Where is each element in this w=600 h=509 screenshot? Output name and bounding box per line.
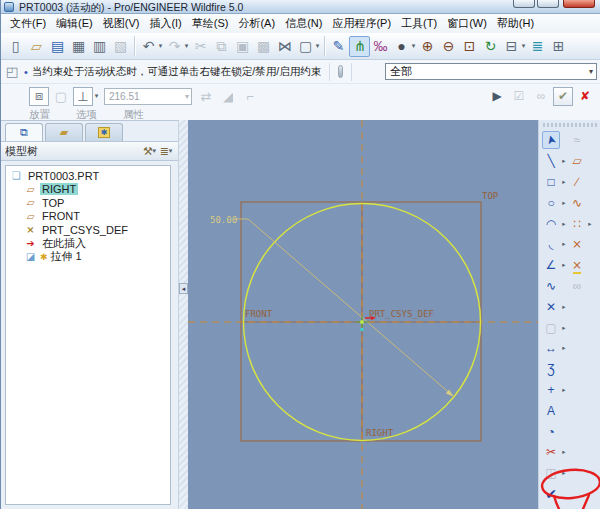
constraint-filter-select[interactable]: 全部 ▾ xyxy=(385,63,597,80)
select-lasso-tool[interactable]: ≈ xyxy=(568,131,586,149)
print-button[interactable]: ▦ xyxy=(68,36,89,57)
menu-help[interactable]: 帮助(H) xyxy=(492,14,539,33)
palette-tool[interactable]: ◔ xyxy=(542,423,560,441)
mirror-flyout[interactable]: ▸ xyxy=(560,469,568,477)
text-tool[interactable]: A xyxy=(542,402,560,420)
reorient-button[interactable]: ↻ xyxy=(480,36,501,57)
rectangle-flyout[interactable]: ▸ xyxy=(560,178,568,186)
tree-item-right-plane[interactable]: ▱ RIGHT xyxy=(6,183,170,197)
surface-toggle-button[interactable]: ▢ xyxy=(51,87,71,106)
save-button[interactable]: ▤ xyxy=(47,36,68,57)
cancel-button[interactable]: ✘ xyxy=(575,87,595,106)
arc-tool[interactable]: ◠ xyxy=(542,215,560,233)
construction-csys-tool[interactable]: ⨯ xyxy=(568,235,586,253)
minimize-button[interactable] xyxy=(513,0,535,8)
apply-button[interactable]: ✔ xyxy=(553,87,573,106)
tree-item-front-plane[interactable]: ▱ FRONT xyxy=(6,210,170,224)
fillet-flyout[interactable]: ▸ xyxy=(560,240,568,248)
menu-insert[interactable]: 插入(I) xyxy=(144,14,186,33)
zoom-fit-button[interactable]: ⊡ xyxy=(459,36,480,57)
tree-item-insert-here[interactable]: ➔ 在此插入 xyxy=(6,237,170,251)
construction-line-tool[interactable]: ∕ xyxy=(568,173,586,191)
constraint-flyout[interactable]: ▸ xyxy=(560,386,568,394)
redo-button[interactable]: ↷ xyxy=(164,36,185,57)
chamfer-flyout[interactable]: ▸ xyxy=(560,261,568,269)
layers-button[interactable]: ≣ xyxy=(527,36,548,57)
menu-sketch[interactable]: 草绘(S) xyxy=(187,14,234,33)
line-flyout[interactable]: ▸ xyxy=(560,157,568,165)
resume-button[interactable]: ▶ xyxy=(487,87,507,106)
datum-display-button[interactable]: ⋔ xyxy=(349,36,370,57)
zoom-out-button[interactable]: ⊖ xyxy=(438,36,459,57)
saved-views-button[interactable]: ⊟ xyxy=(501,36,522,57)
view-manager-button[interactable]: ⊞ xyxy=(548,36,569,57)
offset-flyout[interactable]: ▸ xyxy=(560,324,568,332)
remove-material-button[interactable]: ◢ xyxy=(218,87,238,106)
new-file-button[interactable]: ▯ xyxy=(5,36,26,57)
open-button[interactable]: ▱ xyxy=(26,36,47,57)
solid-toggle-button[interactable]: ⧈ xyxy=(29,87,49,106)
depth-value-field[interactable]: 216.51 ▾ xyxy=(104,88,192,105)
points-flyout[interactable]: ▸ xyxy=(586,220,594,228)
collapse-panel-button[interactable]: ◂ xyxy=(179,283,188,294)
menu-analysis[interactable]: 分析(A) xyxy=(233,14,280,33)
toolbar-grip[interactable] xyxy=(543,123,597,127)
constraint-tool[interactable]: + xyxy=(542,381,560,399)
display-style-button[interactable]: ● xyxy=(391,36,412,57)
menu-tools[interactable]: 工具(T) xyxy=(396,14,442,33)
tree-settings-button[interactable]: ⚒▾ xyxy=(143,145,158,158)
flip-direction-button[interactable]: ⇄ xyxy=(196,87,216,106)
select-tool[interactable]: ➤ xyxy=(542,131,560,149)
tab-options[interactable]: 选项 xyxy=(76,108,97,120)
circle-flyout[interactable]: ▸ xyxy=(560,199,568,207)
rectangle-tool[interactable]: □ xyxy=(542,173,560,191)
tree-item-csys[interactable]: ⨯ PRT_CSYS_DEF xyxy=(6,223,170,237)
plot-button[interactable]: ▧ xyxy=(110,36,131,57)
favorites-tab[interactable]: ✱ xyxy=(85,123,123,141)
menu-file[interactable]: 文件(F) xyxy=(5,14,51,33)
point-tool[interactable]: ✕ xyxy=(542,298,560,316)
dimension-flyout[interactable]: ▸ xyxy=(560,344,568,352)
spline-tool[interactable]: ∿ xyxy=(542,277,560,295)
sketch-done-button[interactable]: ✔ xyxy=(542,485,560,503)
menu-view[interactable]: 视图(V) xyxy=(98,14,145,33)
tree-columns-button[interactable]: ≣▾ xyxy=(160,145,174,158)
menu-window[interactable]: 窗口(W) xyxy=(442,14,492,33)
construction-points-tool[interactable]: ∷ xyxy=(568,215,586,233)
construction-spline-tool[interactable]: ∿ xyxy=(568,194,586,212)
intersection-point-tool[interactable]: ⨯ xyxy=(568,256,586,274)
arc-flyout[interactable]: ▸ xyxy=(560,220,568,228)
undo-button[interactable]: ↶ xyxy=(138,36,159,57)
dimension-value[interactable]: 50.00 xyxy=(210,215,237,225)
sketch-orientation-button[interactable]: ✎ xyxy=(328,36,349,57)
tree-item-part[interactable]: ❑ PRT0003.PRT xyxy=(6,169,170,183)
close-button[interactable] xyxy=(563,0,595,8)
link-tool[interactable]: ∞ xyxy=(568,277,586,295)
constraint-display-button[interactable]: ‰ xyxy=(370,36,391,57)
tab-properties[interactable]: 属性 xyxy=(123,108,144,120)
verify-toggle[interactable]: ☑ xyxy=(509,87,529,106)
thicken-button[interactable]: ⌐ xyxy=(240,87,260,106)
trim-flyout[interactable]: ▸ xyxy=(560,448,568,456)
tab-placement[interactable]: 放置 xyxy=(29,108,50,120)
menu-info[interactable]: 信息(N) xyxy=(280,14,327,33)
preview-button[interactable]: ∞ xyxy=(531,87,551,106)
select-box-button[interactable]: ▢ xyxy=(295,36,316,57)
tree-item-extrude[interactable]: ◪ ✱ 拉伸 1 xyxy=(6,250,170,264)
circle-tool[interactable]: ○ xyxy=(542,194,560,212)
paste-button[interactable]: ▣ xyxy=(232,36,253,57)
fillet-tool[interactable]: ◟ xyxy=(542,235,560,253)
menu-edit[interactable]: 编辑(E) xyxy=(51,14,98,33)
print-preview-button[interactable]: ▥ xyxy=(89,36,110,57)
chamfer-tool[interactable]: ∠ xyxy=(542,256,560,274)
model-tree-tab[interactable]: ⧉ xyxy=(5,123,43,141)
point-flyout[interactable]: ▸ xyxy=(560,303,568,311)
paste-special-button[interactable]: ▩ xyxy=(253,36,274,57)
depth-type-button[interactable]: ⊥ xyxy=(73,87,93,106)
zoom-in-button[interactable]: ⊕ xyxy=(417,36,438,57)
find-button[interactable]: ⋈ xyxy=(274,36,295,57)
trim-tool[interactable]: ✂ xyxy=(542,443,560,461)
layer-tree-tab[interactable]: ▰ xyxy=(45,123,83,141)
mirror-tool[interactable]: ◫ xyxy=(542,464,560,482)
tree-item-top-plane[interactable]: ▱ TOP xyxy=(6,196,170,210)
